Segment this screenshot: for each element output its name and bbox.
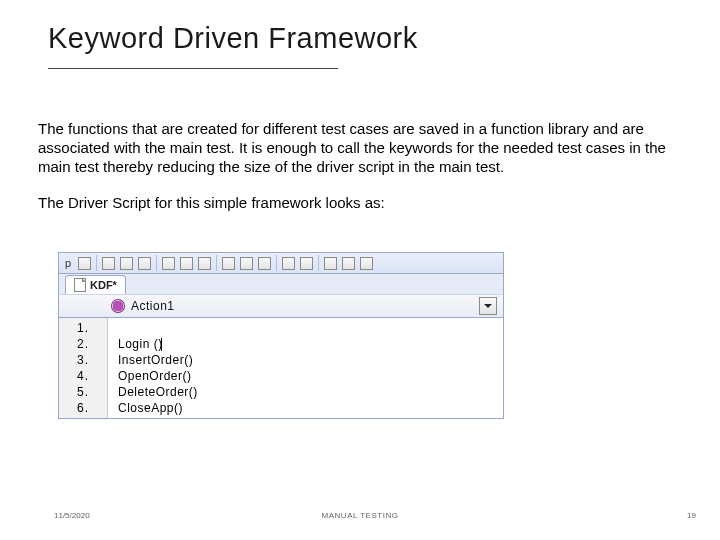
toolbar-icon — [180, 257, 193, 270]
toolbar-icon — [222, 257, 235, 270]
toolbar-separator — [156, 255, 157, 271]
title-underline — [48, 68, 338, 69]
toolbar-icon — [78, 257, 91, 270]
ide-code-area: 1. 2. 3. 4. 5. 6. Login () InsertOrder()… — [58, 318, 504, 419]
tab-kdf[interactable]: KDF* — [65, 275, 126, 294]
text-caret — [161, 338, 162, 351]
action-name: Action1 — [131, 299, 175, 313]
toolbar-text: p — [63, 257, 73, 269]
toolbar-separator — [318, 255, 319, 271]
toolbar-icon — [324, 257, 337, 270]
ide-toolbar: p — [58, 252, 504, 274]
toolbar-icon — [240, 257, 253, 270]
toolbar-icon — [258, 257, 271, 270]
toolbar-icon — [162, 257, 175, 270]
toolbar-icon — [102, 257, 115, 270]
action-dropdown[interactable] — [479, 297, 497, 315]
ide-screenshot: p KDF* — [58, 252, 504, 419]
code-editor[interactable]: Login () InsertOrder() OpenOrder() Delet… — [108, 318, 204, 418]
footer-page-number: 19 — [687, 511, 696, 520]
ide-action-bar: Action1 — [58, 294, 504, 318]
page-title: Keyword Driven Framework — [48, 22, 418, 55]
line-number: 2. — [59, 336, 107, 352]
line-number: 3. — [59, 352, 107, 368]
line-number: 1. — [59, 320, 107, 336]
document-icon — [74, 278, 86, 292]
toolbar-icon — [342, 257, 355, 270]
footer-center: MANUAL TESTING — [0, 511, 720, 520]
toolbar-separator — [96, 255, 97, 271]
code-line: InsertOrder() — [118, 353, 193, 367]
line-number: 6. — [59, 400, 107, 416]
toolbar-icon — [360, 257, 373, 270]
line-number: 5. — [59, 384, 107, 400]
body-text: The functions that are created for diffe… — [38, 120, 678, 213]
code-line: DeleteOrder() — [118, 385, 198, 399]
toolbar-icon — [198, 257, 211, 270]
line-number: 4. — [59, 368, 107, 384]
toolbar-icon — [300, 257, 313, 270]
paragraph-1: The functions that are created for diffe… — [38, 120, 678, 176]
slide: Keyword Driven Framework The functions t… — [0, 0, 720, 540]
toolbar-separator — [276, 255, 277, 271]
toolbar-icon — [282, 257, 295, 270]
line-gutter: 1. 2. 3. 4. 5. 6. — [59, 318, 108, 418]
toolbar-separator — [216, 255, 217, 271]
tab-label: KDF* — [90, 279, 117, 291]
ide-tab-strip: KDF* — [58, 274, 504, 294]
paragraph-2: The Driver Script for this simple framew… — [38, 194, 678, 213]
code-line: Login () — [118, 337, 163, 351]
action-gear-icon — [111, 299, 125, 313]
code-line: CloseApp() — [118, 401, 183, 415]
code-line: OpenOrder() — [118, 369, 192, 383]
toolbar-icon — [120, 257, 133, 270]
toolbar-icon — [138, 257, 151, 270]
